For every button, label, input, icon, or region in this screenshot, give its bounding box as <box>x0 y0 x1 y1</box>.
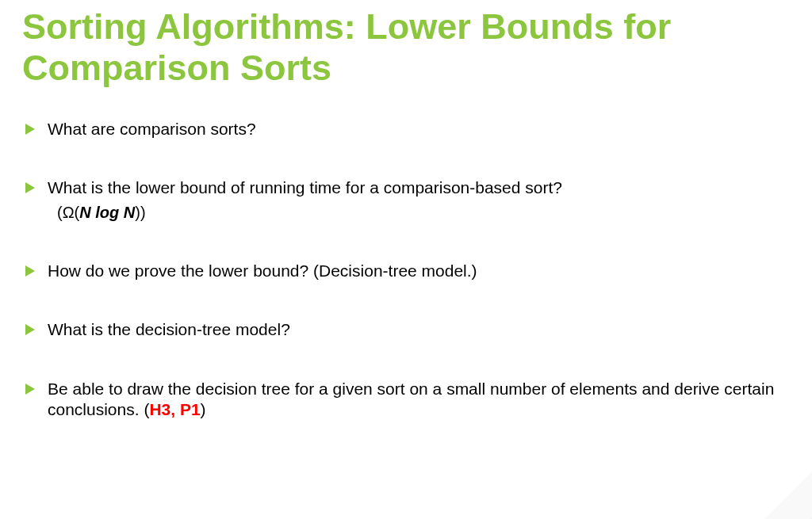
triangle-bullet-icon <box>25 265 35 277</box>
bullet-list: What are comparison sorts? What is the l… <box>22 119 790 421</box>
sub-suffix: )) <box>135 204 145 221</box>
bullet-text: What is the decision-tree model? <box>48 319 790 340</box>
triangle-bullet-icon <box>25 182 35 193</box>
list-item: How do we prove the lower bound? (Decisi… <box>22 261 790 281</box>
highlight-text: H3, P1 <box>149 400 200 418</box>
list-item: Be able to draw the decision tree for a … <box>22 379 790 421</box>
sub-italic: N log N <box>79 204 135 221</box>
bullet-main: What is the lower bound of running time … <box>48 178 562 197</box>
sub-prefix: (Ω( <box>57 204 79 221</box>
bullet-text: What is the lower bound of running time … <box>48 177 790 223</box>
triangle-bullet-icon <box>25 124 35 135</box>
list-item: What are comparison sorts? <box>22 119 790 139</box>
triangle-bullet-icon <box>25 324 35 335</box>
corner-decoration-icon <box>764 471 812 519</box>
list-item: What is the decision-tree model? <box>22 319 790 340</box>
bullet-text: What are comparison sorts? <box>48 119 790 139</box>
slide-title: Sorting Algorithms: Lower Bounds for Com… <box>22 6 790 89</box>
bullet-subtext: (Ω(N log N)) <box>57 203 790 223</box>
slide: Sorting Algorithms: Lower Bounds for Com… <box>0 6 812 519</box>
bullet-suffix: ) <box>201 400 206 418</box>
bullet-text: Be able to draw the decision tree for a … <box>48 379 790 421</box>
bullet-text: How do we prove the lower bound? (Decisi… <box>48 261 790 281</box>
list-item: What is the lower bound of running time … <box>22 177 790 223</box>
triangle-bullet-icon <box>25 384 35 395</box>
